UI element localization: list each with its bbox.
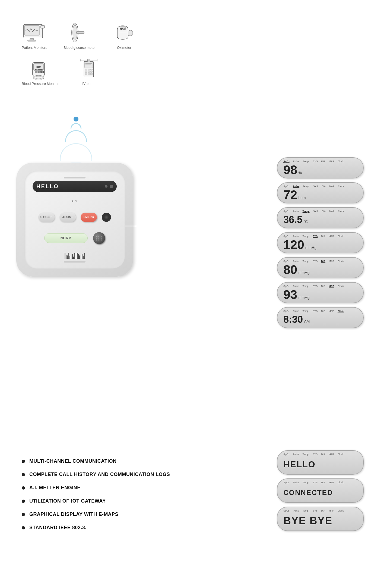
spo2-tab-row: SpO₂ Pulse Temp. SYS DIA MAP Clock: [282, 160, 345, 163]
svg-rect-31: [91, 71, 93, 72]
gateway-knob[interactable]: [93, 232, 105, 244]
feature-bullet-3: [22, 486, 25, 490]
clock-unit: AM: [304, 319, 310, 324]
tab-spo2-c: SpO₂: [282, 309, 290, 313]
tab-temp-cn: Temp.: [302, 481, 311, 484]
tab-temp-c: Temp.: [302, 309, 311, 313]
svg-rect-3: [28, 40, 36, 41]
feature-text-3: A.I. MELTEN ENGINE: [29, 485, 81, 491]
tab-sys-d: SYS: [312, 260, 319, 263]
gateway-emerg-button[interactable]: EMERG: [81, 213, 97, 222]
gateway-display: HELLO: [33, 181, 117, 192]
tab-dia-h: DIA: [320, 453, 326, 456]
byebye-tab-row: SpO₂ Pulse Temp. SYS DIA MAP Clock: [282, 509, 345, 512]
data-panels: SpO₂ Pulse Temp. SYS DIA MAP Clock 98 % …: [277, 157, 364, 328]
gateway-display-text: HELLO: [36, 183, 59, 190]
spo2-panel: SpO₂ Pulse Temp. SYS DIA MAP Clock 98 %: [277, 157, 364, 178]
tab-spo2-b: SpO₂: [282, 509, 290, 512]
tab-pulse-h: Pulse: [292, 453, 300, 456]
hello-tab-row: SpO₂ Pulse Temp. SYS DIA MAP Clock: [282, 453, 345, 456]
gateway-mic-icon: 🎙: [75, 200, 78, 203]
tab-pulse-d: Pulse: [292, 260, 300, 263]
feature-text-1: MULTI-CHANNEL COMMUNICATION: [29, 458, 116, 464]
oximeter-label: Oximeter: [117, 46, 131, 50]
gateway-led-2: [72, 200, 73, 202]
tab-pulse-cn: Pulse: [292, 481, 300, 484]
bp-monitor-icon: 120 /80 mmHg: [29, 58, 53, 79]
tab-clock-active: Clock: [337, 309, 346, 313]
device-iv-pump: IV pump: [77, 58, 101, 86]
tab-temp-m: Temp.: [302, 285, 311, 288]
svg-rect-16: [35, 71, 37, 73]
gateway-indicator-row: 🎙: [72, 200, 78, 203]
tab-spo2-h: SpO₂: [282, 453, 290, 456]
gateway-section: HELLO 🎙 CANCEL ASSIST EMER: [16, 163, 133, 277]
tab-temp-p: Temp.: [302, 185, 311, 188]
gateway-norm-button[interactable]: NORM: [44, 233, 88, 243]
tab-map: MAP: [328, 160, 335, 163]
features-section: MULTI-CHANNEL COMMUNICATION COMPLETE CAL…: [22, 458, 170, 538]
tab-dia-t: DIA: [320, 210, 327, 213]
gateway-speaker-inner: [104, 215, 109, 220]
tab-sys: SYS: [312, 160, 319, 163]
svg-point-9: [74, 23, 76, 26]
gateway-cancel-button[interactable]: CANCEL: [38, 213, 55, 222]
dia-value: 80: [283, 263, 297, 276]
tab-map-t: MAP: [328, 210, 335, 213]
bottom-panels: SpO₂ Pulse Temp. SYS DIA MAP Clock HELLO…: [277, 450, 364, 531]
device-patient-monitor: Patient Monitors: [22, 22, 47, 50]
sys-panel: SpO₂ Pulse Temp. SYS DIA MAP Clock 120 m…: [277, 232, 364, 253]
pulse-tab-row: SpO₂ Pulse Temp. SYS DIA MAP Clock: [282, 185, 345, 188]
hello-panel: SpO₂ Pulse Temp. SYS DIA MAP Clock HELLO: [277, 450, 364, 475]
connection-line: [125, 226, 266, 226]
gateway-assist-button[interactable]: ASSIST: [59, 213, 76, 222]
iv-pump-label: IV pump: [82, 82, 95, 86]
pulse-panel: SpO₂ Pulse Temp. SYS DIA MAP Clock 72 bp…: [277, 182, 364, 203]
tab-dia: DIA: [320, 160, 327, 163]
tab-map-d: MAP: [328, 260, 335, 263]
tab-spo2-p: SpO₂: [282, 185, 290, 188]
device-glucose-meter: Blood glucose meter: [64, 22, 96, 50]
device-bp-monitor: 120 /80 mmHg Blood Pressure Monitors: [22, 58, 60, 86]
feature-bullet-6: [22, 526, 25, 529]
svg-rect-30: [88, 71, 90, 72]
map-value: 93: [283, 288, 297, 301]
tab-pulse: Pulse: [292, 160, 300, 163]
svg-rect-27: [88, 69, 90, 70]
connected-tab-row: SpO₂ Pulse Temp. SYS DIA MAP Clock: [282, 481, 345, 484]
tab-pulse-b: Pulse: [292, 509, 300, 512]
svg-rect-29: [85, 71, 87, 72]
clock-value-row: 8:30 AM: [283, 311, 310, 324]
tab-clock-p: Clock: [337, 185, 345, 188]
tab-map-cn: MAP: [328, 481, 335, 484]
gateway-display-icons: [105, 185, 113, 188]
clock-panel: SpO₂ Pulse Temp. SYS DIA MAP Clock 8:30 …: [277, 307, 364, 328]
hello-value: HELLO: [283, 459, 315, 469]
gateway-screen-area: HELLO 🎙 CANCEL ASSIST EMER: [30, 178, 119, 261]
tab-clock-t: Clock: [337, 210, 345, 213]
feature-item-1: MULTI-CHANNEL COMMUNICATION: [22, 458, 170, 464]
svg-rect-32: [85, 73, 87, 75]
tab-sys-h: SYS: [312, 453, 319, 456]
gateway-knob-dots: [96, 236, 102, 241]
tab-spo2-m: SpO₂: [282, 285, 290, 288]
map-unit: mmHg: [298, 295, 309, 300]
tab-dia-active: DIA: [320, 260, 327, 263]
connected-value: CONNECTED: [283, 488, 333, 497]
tab-dia-c: DIA: [320, 309, 326, 313]
tab-sys-m: SYS: [312, 285, 319, 288]
tab-temp-s: Temp.: [302, 235, 311, 238]
tab-temp-active: Temp.: [302, 210, 311, 213]
gateway-outer: HELLO 🎙 CANCEL ASSIST EMER: [16, 163, 133, 277]
clock-tab-row: SpO₂ Pulse Temp. SYS DIA MAP Clock: [282, 309, 345, 313]
svg-rect-33: [88, 73, 90, 75]
tab-spo2-d: SpO₂: [282, 260, 290, 263]
sys-tab-row: SpO₂ Pulse Temp. SYS DIA MAP Clock: [282, 235, 345, 238]
feature-item-6: STANDARD IEEE 802.3.: [22, 525, 170, 531]
bp-monitor-label: Blood Pressure Monitors: [22, 82, 60, 86]
tab-pulse-m: Pulse: [292, 285, 300, 288]
devices-section: Patient Monitors Blood glucose meter: [22, 22, 136, 86]
sys-value: 120: [283, 238, 304, 251]
devices-row-1: Patient Monitors Blood glucose meter: [22, 22, 136, 50]
tab-map-h: MAP: [328, 453, 335, 456]
